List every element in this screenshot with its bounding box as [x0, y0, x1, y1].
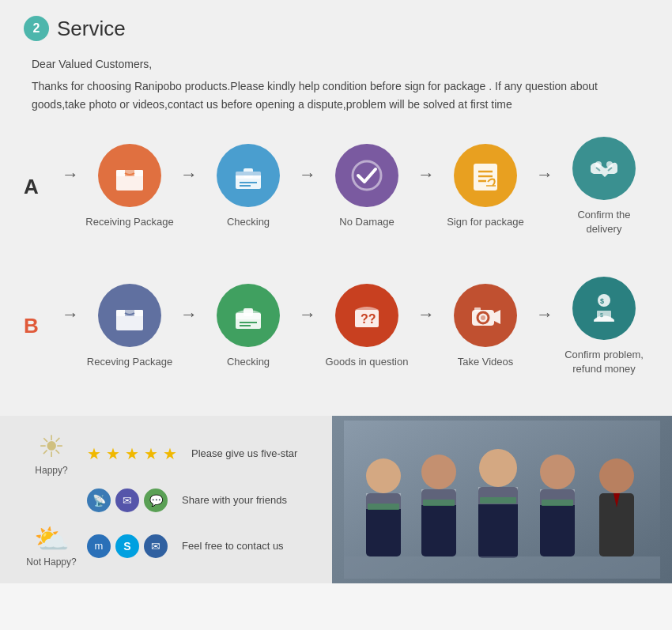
goods-question-label: Goods in question	[326, 355, 409, 369]
checking-b-icon	[217, 284, 280, 347]
checking-a-label: Checking	[227, 215, 270, 229]
take-videos-label: Take Videos	[458, 355, 514, 369]
flow-item-confirm-problem: $ $ Confirm problem, refund money	[560, 277, 648, 376]
email-icon: ✉	[115, 489, 139, 512]
svg-point-36	[366, 458, 401, 493]
sun-icon: ☀	[38, 432, 65, 462]
arrow-b5: →	[536, 304, 553, 349]
svg-text:??: ??	[361, 312, 376, 326]
chat-icon: 💬	[144, 489, 168, 512]
star-4: ★	[144, 444, 158, 463]
share-text: Share with your friends	[182, 494, 287, 506]
svg-rect-54	[344, 556, 660, 579]
contact-text: Feel free to contact us	[182, 540, 284, 552]
flow-item-no-damage: No Damage	[323, 144, 411, 229]
share-icons: 📡 ✉ 💬	[87, 489, 168, 512]
flow-item-confirm-delivery: Confirm the delivery	[560, 137, 648, 236]
happy-row: ☀ Happy? ★ ★ ★ ★ ★ Please give us five-s…	[24, 432, 308, 476]
flow-row-a: A → Receiving Package →	[24, 129, 648, 244]
arrow-b3: →	[299, 304, 316, 349]
svg-point-28	[481, 315, 485, 320]
sign-icon	[454, 144, 517, 207]
receiving-icon	[98, 144, 161, 207]
flow-item-sign: Sign for package	[441, 144, 530, 229]
section-title: Service	[57, 17, 126, 41]
no-damage-label: No Damage	[339, 215, 394, 229]
section-number: 2	[24, 16, 49, 41]
flow-label-b: B	[24, 314, 47, 338]
sun-wrapper: ☀ Happy?	[24, 432, 79, 476]
svg-rect-21	[244, 308, 253, 316]
contact-icons: m S ✉	[87, 534, 168, 558]
bottom-left: ☀ Happy? ★ ★ ★ ★ ★ Please give us five-s…	[0, 416, 332, 583]
phone-icon: 📡	[87, 489, 111, 512]
flow-label-a: A	[24, 175, 47, 199]
star-3: ★	[125, 444, 139, 463]
happy-label: Happy?	[35, 465, 67, 476]
svg-rect-6	[236, 172, 261, 175]
section-header: 2 Service	[24, 16, 648, 41]
svg-rect-32	[597, 311, 611, 319]
receving-b-icon	[98, 284, 161, 347]
flow-item-receving-b: Receving Package	[85, 284, 174, 369]
checking-a-icon	[217, 144, 280, 207]
star-icons: ★ ★ ★ ★ ★	[87, 444, 177, 463]
arrow-b: →	[62, 304, 79, 349]
staff-photo	[332, 416, 672, 583]
confirm-problem-label: Confirm problem, refund money	[560, 348, 648, 376]
svg-point-14	[595, 161, 602, 168]
flow-item-checking-a: Checking	[204, 144, 293, 229]
flow-row-b: B → Receving Package →	[24, 269, 648, 384]
staff-placeholder	[332, 416, 672, 583]
intro-text: Dear Valued Customers, Thanks for choosi…	[32, 55, 648, 113]
svg-rect-53	[542, 500, 573, 506]
no-damage-icon	[335, 144, 398, 207]
flow-item-receiving: Receiving Package	[85, 144, 174, 229]
five-star-text: Please give us five-star	[191, 447, 297, 459]
star-5: ★	[163, 444, 177, 463]
arrow: →	[417, 164, 435, 209]
contact-email-icon: ✉	[144, 534, 168, 558]
flow-item-take-videos: Take Videos	[441, 284, 530, 369]
cloud-wrapper: ⛅ Not Happy?	[24, 525, 79, 568]
svg-rect-52	[480, 497, 516, 504]
arrow: →	[62, 164, 79, 209]
checking-b-label: Checking	[227, 355, 270, 369]
svg-point-48	[599, 458, 634, 493]
arrow-b2: →	[180, 304, 198, 349]
receiving-label: Receiving Package	[85, 215, 173, 229]
svg-rect-29	[474, 307, 481, 311]
not-happy-row: ⛅ Not Happy? m S ✉ Feel free to contact …	[24, 525, 308, 568]
take-videos-icon	[454, 284, 517, 347]
confirm-problem-icon: $ $	[572, 277, 636, 340]
confirm-delivery-label: Confirm the delivery	[560, 208, 648, 236]
svg-point-39	[421, 455, 456, 489]
arrow-b4: →	[417, 304, 435, 349]
svg-point-42	[479, 449, 517, 487]
not-happy-label: Not Happy?	[26, 556, 76, 568]
svg-point-45	[540, 455, 575, 489]
staff-svg	[344, 421, 660, 579]
arrow: →	[180, 164, 198, 209]
arrow: →	[536, 164, 553, 209]
svg-rect-50	[368, 504, 399, 510]
svg-text:$: $	[600, 312, 603, 318]
messenger-icon: m	[87, 534, 111, 558]
sign-label: Sign for package	[447, 215, 524, 229]
cloud-icon: ⛅	[34, 525, 70, 553]
confirm-delivery-icon	[572, 137, 636, 200]
svg-rect-33	[594, 319, 614, 321]
svg-text:$: $	[600, 297, 604, 305]
star-2: ★	[106, 444, 120, 463]
arrow: →	[299, 164, 316, 209]
flow-item-checking-b: Checking	[204, 284, 293, 369]
flow-item-goods-question: ?? Goods in question	[323, 284, 411, 369]
star-1: ★	[87, 444, 101, 463]
goods-question-icon: ??	[335, 284, 398, 347]
share-row: 📡 ✉ 💬 Share with your friends	[24, 489, 308, 512]
skype-icon: S	[115, 534, 139, 558]
receving-b-label: Receving Package	[87, 355, 172, 369]
svg-rect-51	[423, 500, 455, 506]
bottom-section: ☀ Happy? ★ ★ ★ ★ ★ Please give us five-s…	[0, 416, 672, 583]
svg-point-15	[606, 161, 613, 168]
